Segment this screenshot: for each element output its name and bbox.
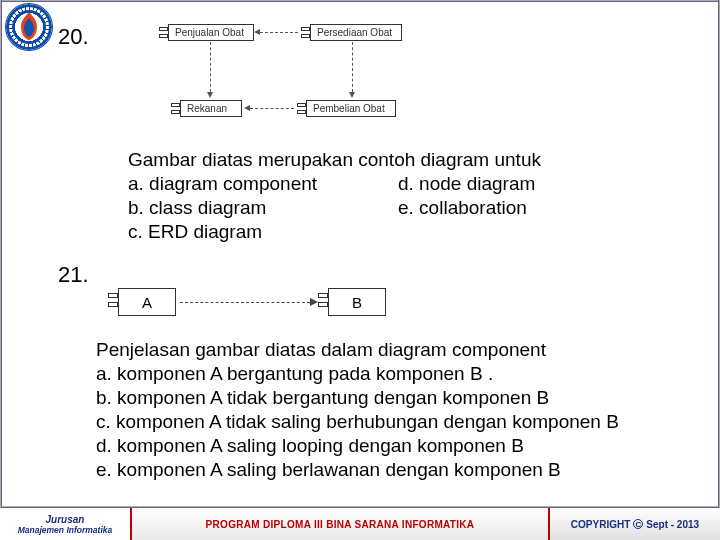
dashed-connector [210,42,211,92]
q21-option-d: d. komponen A saling looping dengan komp… [96,434,706,458]
footer-program: PROGRAM DIPLOMA III BINA SARANA INFORMAT… [130,508,550,540]
q21-diagram: A B [106,286,396,326]
arrow-head-icon [244,105,250,111]
dashed-connector [250,108,294,109]
dashed-connector [180,302,310,303]
footer-department: Jurusan Manajemen Informatika [0,508,130,540]
q20-option-d: d. node diagram [398,172,688,196]
q21-option-b: b. komponen A tidak bergantung dengan ko… [96,386,706,410]
q21-box-b: B [352,294,362,311]
q21-option-a: a. komponen A bergantung pada komponen B… [96,362,706,386]
arrow-head-icon [207,92,213,98]
footer-copyright-date: Sept - 2013 [646,519,699,530]
footer-copyright: COPYRIGHT C Sept - 2013 [550,508,720,540]
slide-page: 20. Penjualan Obat Persediaan Obat Rekan… [0,0,720,540]
footer-dept-line2: Manajemen Informatika [18,525,112,535]
arrow-head-icon [310,298,318,306]
question-21-number: 21. [58,262,89,288]
q20-box-tr: Persediaan Obat [311,25,401,40]
q20-text-block: Gambar diatas merupakan contoh diagram u… [128,148,688,244]
dashed-connector [352,42,353,92]
question-20-number: 20. [58,24,89,50]
q20-box-tl: Penjualan Obat [169,25,253,40]
q20-option-c: c. ERD diagram [128,220,688,244]
q21-option-c: c. komponen A tidak saling berhubungan d… [96,410,706,434]
q21-prompt: Penjelasan gambar diatas dalam diagram c… [96,338,706,362]
frame-left [0,0,2,540]
q21-option-e: e. komponen A saling berlawanan dengan k… [96,458,706,482]
q20-option-e: e. collaboration [398,196,688,220]
q20-option-b: b. class diagram [128,196,398,220]
footer-dept-line1: Jurusan [46,515,85,525]
q20-prompt: Gambar diatas merupakan contoh diagram u… [128,148,688,172]
q21-text-block: Penjelasan gambar diatas dalam diagram c… [96,338,706,482]
slide-footer: Jurusan Manajemen Informatika PROGRAM DI… [0,508,720,540]
arrow-head-icon [349,92,355,98]
q20-diagram: Penjualan Obat Persediaan Obat Rekanan P… [158,22,428,127]
flame-icon [15,11,43,41]
copyright-icon: C [633,519,643,529]
frame-top [0,0,720,2]
arrow-head-icon [254,29,260,35]
q20-box-bl: Rekanan [181,101,241,116]
q21-box-a: A [142,294,152,311]
footer-copyright-label: COPYRIGHT [571,519,630,530]
dashed-connector [260,32,298,33]
q20-option-a: a. diagram component [128,172,398,196]
bsi-logo-icon [6,4,52,50]
q20-box-br: Pembelian Obat [307,101,395,116]
